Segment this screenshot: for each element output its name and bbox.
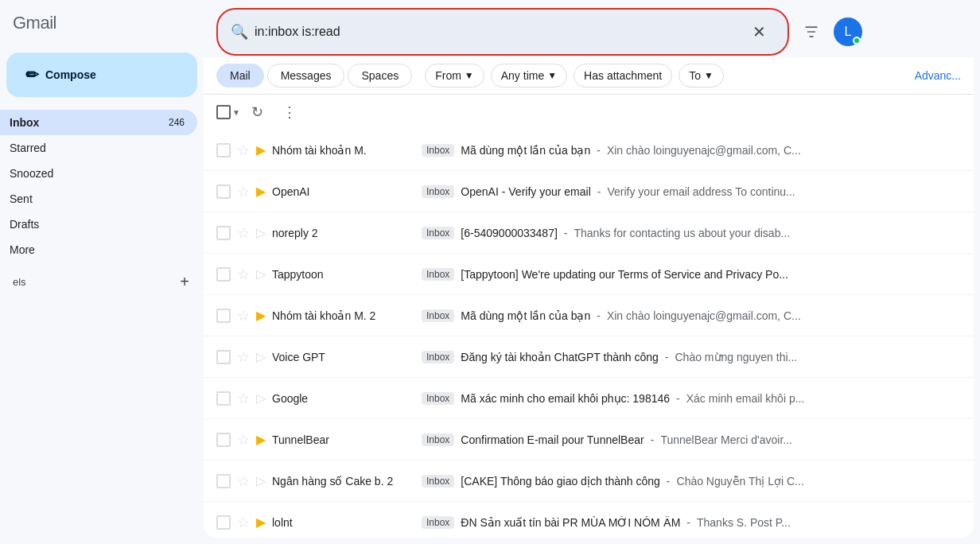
forward-icon: ▷ <box>256 473 266 488</box>
email-row[interactable]: ☆ ▷ Tappytoon Inbox [Tappytoon] We're up… <box>204 254 974 295</box>
important-icon: ▶ <box>256 184 266 199</box>
app-logo: Gmail <box>0 6 204 46</box>
inbox-badge: Inbox <box>422 475 454 488</box>
sidebar-item-sent[interactable]: Sent <box>0 186 197 212</box>
email-checkbox[interactable] <box>216 515 231 530</box>
star-button[interactable]: ☆ <box>237 224 250 242</box>
labels-section: els + <box>0 262 204 297</box>
compose-button[interactable]: ✏ Compose <box>6 52 197 97</box>
email-row[interactable]: ☆ ▶ lolnt Inbox ĐN Sản xuất tín bài PR M… <box>204 502 974 538</box>
important-icon: ▶ <box>256 142 266 157</box>
forward-icon: ▷ <box>256 349 266 364</box>
search-input[interactable] <box>255 25 737 39</box>
email-subject: [6-5409000033487] <box>461 227 557 239</box>
sidebar-item-more[interactable]: More <box>0 237 197 262</box>
filter-chip-has-attachment[interactable]: Has attachment <box>574 64 672 87</box>
email-checkbox[interactable] <box>216 433 231 447</box>
add-label-button[interactable]: + <box>172 269 197 294</box>
refresh-button[interactable]: ↻ <box>243 98 272 126</box>
email-preview: Thanks for contacting us about your disa… <box>574 227 790 239</box>
sidebar: Gmail ✏ Compose Inbox246StarredSnoozedSe… <box>0 0 204 544</box>
email-preview: TunnelBear Merci d'avoir... <box>660 433 792 446</box>
filter-chip-to[interactable]: To▼ <box>679 64 724 87</box>
email-sender: noreply 2 <box>272 227 415 239</box>
star-button[interactable]: ☆ <box>237 307 250 324</box>
labels-title: els <box>13 276 26 288</box>
email-sender: Google <box>272 392 415 405</box>
email-checkbox[interactable] <box>216 474 231 488</box>
email-checkbox[interactable] <box>216 185 231 199</box>
sidebar-item-label: Inbox <box>10 116 169 129</box>
chip-arrow: ▼ <box>547 70 557 81</box>
star-button[interactable]: ☆ <box>237 348 250 366</box>
sidebar-item-starred[interactable]: Starred <box>0 135 197 161</box>
forward-icon: ▷ <box>256 225 266 240</box>
important-icon: ▶ <box>256 515 266 530</box>
email-checkbox[interactable] <box>216 391 231 406</box>
email-subject: ĐN Sản xuất tín bài PR MÙA MỚI NÓM ẤM <box>461 516 680 529</box>
star-button[interactable]: ☆ <box>237 431 250 449</box>
email-checkbox[interactable] <box>216 143 231 157</box>
email-preview: Verify your email address To continu... <box>607 185 795 198</box>
email-row[interactable]: ☆ ▷ Ngân hàng số Cake b. 2 Inbox [CAKE] … <box>204 460 974 502</box>
important-icon: ▶ <box>256 308 266 323</box>
star-button[interactable]: ☆ <box>237 472 250 490</box>
email-row[interactable]: ☆ ▷ noreply 2 Inbox [6-5409000033487] - … <box>204 212 974 254</box>
avatar[interactable]: L <box>834 17 862 46</box>
email-subject: Đăng ký tài khoản ChatGPT thành công <box>461 351 658 363</box>
main-content: 🔍 ✕ L MailMessagesSpaces From▼Any time▼H… <box>204 6 974 538</box>
search-filter-button[interactable] <box>795 16 827 48</box>
email-preview: Xin chào loinguyenajc@gmail.com, C... <box>607 309 801 322</box>
more-options-button[interactable]: ⋮ <box>275 98 304 126</box>
sidebar-item-drafts[interactable]: Drafts <box>0 212 197 237</box>
inbox-badge: Inbox <box>422 516 454 529</box>
forward-icon: ▷ <box>256 266 266 282</box>
advanced-search-link[interactable]: Advanc... <box>915 69 961 82</box>
star-button[interactable]: ☆ <box>237 514 250 531</box>
email-row[interactable]: ☆ ▶ Nhóm tài khoản M. 2 Inbox Mã dùng mộ… <box>204 295 974 336</box>
email-content: Inbox Confirmation E-mail pour TunnelBea… <box>422 433 961 446</box>
email-preview: Xin chào loinguyenajc@gmail.com, C... <box>607 144 801 157</box>
email-row[interactable]: ☆ ▶ TunnelBear Inbox Confirmation E-mail… <box>204 419 974 460</box>
email-row[interactable]: ☆ ▶ OpenAI Inbox OpenAI - Verify your em… <box>204 171 974 212</box>
filter-tabs: MailMessagesSpaces From▼Any time▼Has att… <box>204 57 974 95</box>
email-sender: lolnt <box>272 516 415 529</box>
email-row[interactable]: ☆ ▶ Nhóm tài khoản M. Inbox Mã dùng một … <box>204 130 974 171</box>
email-subject: Mã dùng một lần của bạn <box>461 309 590 322</box>
tab-spaces[interactable]: Spaces <box>348 64 412 87</box>
forward-icon: ▷ <box>256 391 266 406</box>
sidebar-item-inbox[interactable]: Inbox246 <box>0 110 197 135</box>
email-checkbox[interactable] <box>216 267 231 282</box>
tab-messages[interactable]: Messages <box>267 64 345 87</box>
search-icon: 🔍 <box>231 23 248 41</box>
email-row[interactable]: ☆ ▷ Google Inbox Mã xác minh cho email k… <box>204 378 974 419</box>
email-checkbox[interactable] <box>216 309 231 323</box>
email-preview: Xác minh email khôi p... <box>686 392 805 405</box>
chip-arrow: ▼ <box>704 70 714 81</box>
sidebar-item-count: 246 <box>169 117 185 128</box>
email-list: ☆ ▶ Nhóm tài khoản M. Inbox Mã dùng một … <box>204 130 974 538</box>
star-button[interactable]: ☆ <box>237 390 250 407</box>
inbox-badge: Inbox <box>422 227 454 239</box>
search-clear-button[interactable]: ✕ <box>743 16 775 48</box>
star-button[interactable]: ☆ <box>237 183 250 200</box>
star-button[interactable]: ☆ <box>237 142 250 159</box>
email-preview: Chào mừng nguyen thi... <box>675 351 797 363</box>
select-all-checkbox[interactable] <box>216 105 231 119</box>
search-input-wrap: 🔍 ✕ <box>216 8 789 56</box>
inbox-badge: Inbox <box>422 433 454 446</box>
email-row[interactable]: ☆ ▷ Voice GPT Inbox Đăng ký tài khoản Ch… <box>204 336 974 378</box>
email-preview: Thanks S. Post P... <box>697 516 791 529</box>
email-checkbox[interactable] <box>216 226 231 240</box>
star-button[interactable]: ☆ <box>237 266 250 283</box>
tab-mail[interactable]: Mail <box>216 64 264 87</box>
compose-label: Compose <box>45 68 96 81</box>
email-subject: [CAKE] Thông báo giao dịch thành công <box>461 475 659 488</box>
sidebar-item-snoozed[interactable]: Snoozed <box>0 161 197 186</box>
chip-label: Any time <box>501 69 544 82</box>
filter-chip-from[interactable]: From▼ <box>425 64 484 87</box>
filter-chip-any-time[interactable]: Any time▼ <box>491 64 567 87</box>
select-dropdown-arrow[interactable]: ▼ <box>232 108 240 117</box>
select-all-wrap: ▼ <box>216 105 240 119</box>
email-checkbox[interactable] <box>216 350 231 364</box>
